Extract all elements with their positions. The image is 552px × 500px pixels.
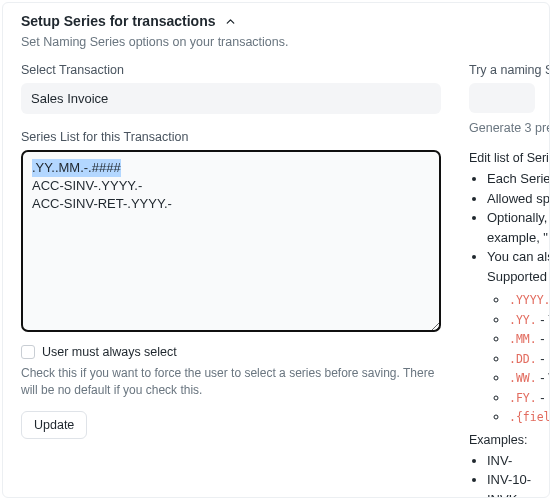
variable-item: .WW. - We (509, 368, 535, 388)
naming-series-page: Setup Series for transactions Set Naming… (2, 2, 550, 498)
example-item: INVK- (487, 490, 535, 499)
help-item: You can also use Supported Variati .YYYY… (487, 247, 535, 427)
left-column: Select Transaction Sales Invoice Series … (21, 63, 441, 498)
variable-list: .YYYY. - Ye .YY. - Yea .MM. - Mor .DD. -… (487, 290, 535, 427)
variable-item: .MM. - Mor (509, 329, 535, 349)
user-must-select-row: User must always select (21, 345, 441, 359)
select-transaction-input[interactable]: Sales Invoice (21, 83, 441, 114)
variable-item: .DD. - Day (509, 349, 535, 369)
right-column: Try a naming Series Generate 3 preview o… (469, 63, 535, 498)
edit-intro-text: Edit list of Series in the (469, 151, 535, 165)
help-item: Allowed special c (487, 189, 535, 209)
help-list: Each Series Prefi Allowed special c Opti… (469, 169, 535, 427)
examples-label: Examples: (469, 433, 535, 447)
section-setup-title: Setup Series for transactions (21, 13, 216, 29)
user-must-select-label: User must always select (42, 345, 177, 359)
user-must-select-checkbox[interactable] (21, 345, 35, 359)
variable-item: .{fieldna (509, 407, 535, 427)
select-transaction-label: Select Transaction (21, 63, 441, 77)
series-list-field: Series List for this Transaction (21, 130, 441, 335)
section-setup-header[interactable]: Setup Series for transactions (21, 3, 535, 29)
help-item: Each Series Prefi (487, 169, 535, 189)
select-transaction-field: Select Transaction Sales Invoice (21, 63, 441, 114)
example-item: INV- (487, 451, 535, 471)
examples-list: INV- INV-10- INVK- INV-.YYYY.-.{bra (469, 451, 535, 499)
generate-preview-text: Generate 3 preview of na (469, 121, 535, 135)
try-series-label: Try a naming Series (469, 63, 535, 77)
variable-item: .YYYY. - Ye (509, 290, 535, 310)
example-item: INV-10- (487, 470, 535, 490)
try-series-field: Try a naming Series (469, 63, 535, 113)
variable-item: .YY. - Yea (509, 310, 535, 330)
try-series-input[interactable] (469, 83, 535, 113)
update-button[interactable]: Update (21, 411, 87, 439)
user-must-select-help: Check this if you want to force the user… (21, 365, 441, 399)
series-list-label: Series List for this Transaction (21, 130, 441, 144)
section-setup-subtitle: Set Naming Series options on your transa… (21, 35, 535, 49)
chevron-up-icon (224, 15, 237, 28)
variable-item: .FY. - Fisc (509, 388, 535, 408)
help-item: Optionally, set th example, ".####" (487, 208, 535, 247)
series-list-textarea[interactable] (21, 150, 441, 332)
